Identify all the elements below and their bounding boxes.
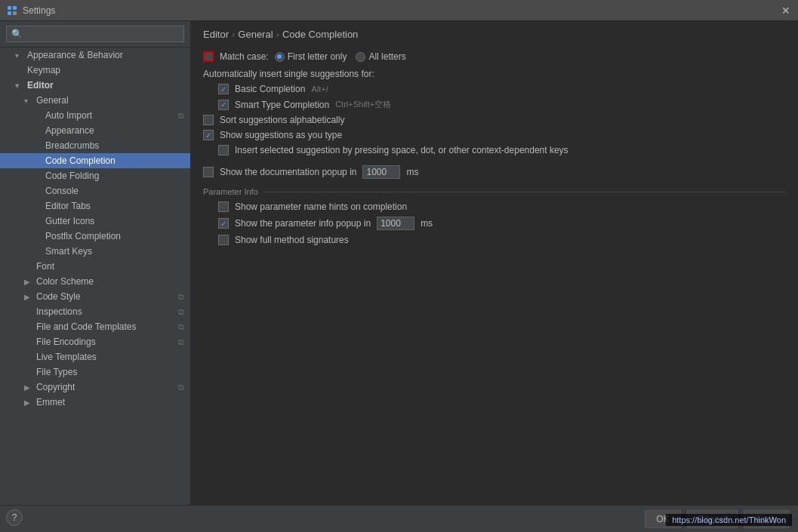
sidebar-label: Live Templates — [36, 352, 97, 362]
param-popup-checkbox[interactable] — [218, 218, 229, 229]
sidebar-item-breadcrumbs[interactable]: ▶ Breadcrumbs — [0, 138, 190, 153]
sidebar-label: Emmet — [36, 397, 65, 407]
sidebar-item-appearance-behavior[interactable]: ▾ Appearance & Behavior — [0, 48, 190, 63]
insert-space-dot-label: Insert selected suggestion by pressing s… — [235, 145, 568, 155]
sidebar-label: Smart Keys — [45, 246, 92, 257]
sidebar-item-editor-tabs[interactable]: ▶ Editor Tabs — [0, 198, 190, 214]
sidebar-label: Postfix Completion — [45, 231, 121, 241]
param-popup-label2: ms — [421, 218, 433, 229]
show-as-type-checkbox[interactable] — [203, 130, 214, 140]
breadcrumb-general: General — [238, 29, 273, 40]
sidebar-item-file-types[interactable]: ▶ File Types — [0, 364, 190, 380]
param-hints-row: Show parameter name hints on completion — [203, 199, 786, 214]
insert-space-dot-checkbox[interactable] — [218, 145, 229, 155]
arrow-icon: ▶ — [24, 293, 33, 301]
sidebar-item-file-encodings[interactable]: ▶ File Encodings ⧉ — [0, 334, 190, 349]
copy-icon: ⧉ — [178, 383, 184, 392]
sidebar-label: Editor — [27, 80, 54, 91]
sidebar-label: Code Folding — [45, 171, 99, 181]
sidebar-item-live-templates[interactable]: ▶ Live Templates — [0, 349, 190, 364]
sidebar: ▾ Appearance & Behavior ▶ Keymap ▾ Edito… — [0, 21, 191, 505]
sort-alpha-checkbox[interactable] — [203, 115, 214, 125]
sort-alpha-label: Sort suggestions alphabetically — [220, 115, 344, 125]
param-popup-input[interactable] — [377, 217, 414, 230]
sidebar-item-copyright[interactable]: ▶ Copyright ⧉ — [0, 380, 190, 395]
window-title: Settings — [23, 5, 780, 16]
sidebar-label: Appearance — [45, 125, 94, 136]
sidebar-item-color-scheme[interactable]: ▶ Color Scheme — [0, 274, 190, 289]
sidebar-item-auto-import[interactable]: ▶ Auto Import ⧉ — [0, 108, 190, 123]
copy-icon: ⧉ — [178, 322, 184, 332]
arrow-icon: ▶ — [24, 398, 33, 407]
doc-popup-label2: ms — [406, 167, 418, 177]
match-case-row: Match case: First letter only All letter… — [203, 49, 786, 64]
doc-popup-row: Show the documentation popup in ms — [203, 158, 786, 181]
full-signatures-label: Show full method signatures — [235, 235, 349, 245]
arrow-icon: ▶ — [24, 383, 33, 392]
doc-popup-checkbox[interactable] — [203, 167, 214, 177]
basic-completion-row: Basic Completion Alt+/ — [203, 81, 786, 97]
doc-popup-input[interactable] — [362, 165, 400, 179]
sidebar-item-code-completion[interactable]: ▶ Code Completion — [0, 153, 190, 168]
search-box — [0, 21, 190, 48]
sidebar-label: Inspections — [36, 306, 82, 317]
sidebar-item-code-folding[interactable]: ▶ Code Folding — [0, 168, 190, 183]
radio-first-letter[interactable]: First letter only — [275, 51, 347, 62]
sidebar-label: Font — [36, 261, 54, 272]
sidebar-label: Appearance & Behavior — [27, 50, 123, 60]
sidebar-item-emmet[interactable]: ▶ Emmet — [0, 395, 190, 410]
radio-btn-first-letter[interactable] — [275, 52, 285, 62]
sidebar-item-file-code-templates[interactable]: ▶ File and Code Templates ⧉ — [0, 319, 190, 334]
sidebar-item-inspections[interactable]: ▶ Inspections ⧉ — [0, 304, 190, 319]
parameter-info-section: Parameter Info — [203, 181, 786, 199]
basic-completion-shortcut: Alt+/ — [311, 85, 328, 94]
close-button[interactable]: ✕ — [780, 5, 792, 17]
sidebar-label: File Encodings — [36, 337, 96, 347]
param-hints-checkbox[interactable] — [218, 201, 229, 212]
full-signatures-row: Show full method signatures — [203, 232, 786, 248]
arrow-icon: ▶ — [24, 278, 33, 286]
sidebar-item-editor[interactable]: ▾ Editor — [0, 78, 190, 93]
sidebar-item-postfix-completion[interactable]: ▶ Postfix Completion — [0, 229, 190, 244]
sidebar-label: Gutter Icons — [45, 216, 94, 226]
breadcrumb: Editor › General › Code Completion — [191, 21, 798, 46]
copy-icon: ⧉ — [178, 337, 184, 347]
copy-icon: ⧉ — [178, 292, 184, 302]
breadcrumb-sep1: › — [232, 29, 235, 40]
sidebar-item-code-style[interactable]: ▶ Code Style ⧉ — [0, 289, 190, 304]
match-case-checkbox[interactable] — [203, 51, 214, 62]
param-hints-label: Show parameter name hints on completion — [235, 201, 407, 212]
arrow-icon: ▾ — [15, 81, 24, 90]
radio-all-letters[interactable]: All letters — [356, 51, 405, 62]
sidebar-label: General — [36, 95, 69, 106]
sidebar-label: Copyright — [36, 382, 75, 392]
help-button[interactable]: ? — [6, 509, 23, 526]
search-input[interactable] — [6, 26, 184, 42]
param-popup-row: Show the parameter info popup in ms — [203, 214, 786, 232]
sidebar-label: Keymap — [27, 65, 60, 75]
svg-rect-0 — [8, 6, 11, 10]
auto-insert-header: Automatically insert single suggestions … — [203, 69, 374, 79]
sidebar-item-smart-keys[interactable]: ▶ Smart Keys — [0, 244, 190, 259]
sidebar-item-font[interactable]: ▶ Font — [0, 259, 190, 274]
sort-alpha-row: Sort suggestions alphabetically — [203, 112, 786, 128]
sidebar-item-keymap[interactable]: ▶ Keymap — [0, 63, 190, 78]
show-as-type-row: Show suggestions as you type — [203, 128, 786, 143]
radio-btn-all-letters[interactable] — [356, 52, 365, 62]
sidebar-label: Color Scheme — [36, 276, 94, 287]
sidebar-item-appearance[interactable]: ▶ Appearance — [0, 123, 190, 138]
basic-completion-checkbox[interactable] — [218, 84, 229, 94]
full-signatures-checkbox[interactable] — [218, 235, 229, 245]
radio-label-first-letter: First letter only — [288, 51, 347, 62]
breadcrumb-editor: Editor — [203, 29, 229, 40]
sidebar-item-console[interactable]: ▶ Console — [0, 183, 190, 198]
sidebar-item-general[interactable]: ▾ General — [0, 93, 190, 108]
sidebar-label: Console — [45, 186, 79, 196]
app-icon — [6, 5, 18, 17]
sidebar-label: File Types — [36, 367, 77, 377]
sidebar-label: Code Style — [36, 291, 81, 302]
url-hint: https://blog.csdn.net/ThinkWon — [666, 514, 792, 526]
sidebar-label: Code Completion — [45, 155, 116, 166]
sidebar-item-gutter-icons[interactable]: ▶ Gutter Icons — [0, 214, 190, 229]
smart-type-checkbox[interactable] — [218, 100, 229, 110]
